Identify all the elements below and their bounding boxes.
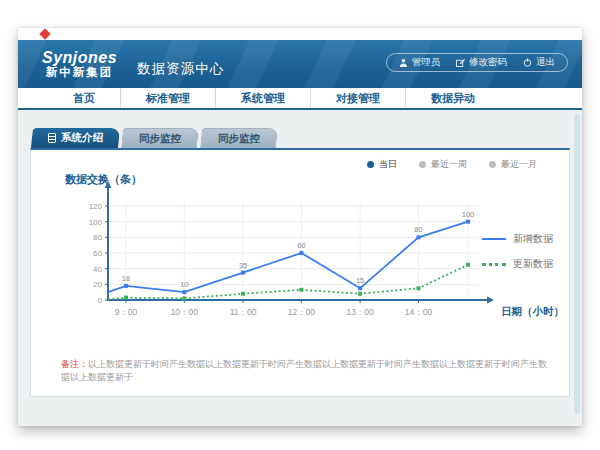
- tab-bar: 系统介绍 同步监控 同步监控: [32, 128, 570, 148]
- window-top-strip: [18, 28, 582, 40]
- solid-line-sample-icon: [482, 238, 506, 240]
- footnote: 备注：以上数据更新于时间产生数据以上数据更新于时间产生数据以上数据更新于时间产生…: [61, 358, 549, 383]
- legend-new-data-label: 新增数据: [513, 232, 553, 246]
- company-logo: Synjones 新中新集团: [42, 50, 117, 79]
- legend-update-data-label: 更新数据: [513, 257, 553, 271]
- nav-item-system[interactable]: 系统管理: [215, 88, 310, 108]
- main-nav: 首页 标准管理 系统管理 对接管理 数据异动: [18, 88, 582, 110]
- user-menu-admin-label: 管理员: [412, 56, 441, 69]
- tab-sync-monitor-1[interactable]: 同步监控: [121, 128, 199, 148]
- header-bar: Synjones 新中新集团 数据资源中心 管理员 修改密码 退出: [18, 40, 582, 88]
- change-password-button[interactable]: 修改密码: [456, 56, 507, 69]
- svg-text:100: 100: [462, 210, 475, 219]
- svg-text:9：00: 9：00: [115, 307, 138, 317]
- svg-text:40: 40: [93, 265, 102, 274]
- svg-text:10: 10: [180, 280, 188, 289]
- document-icon: [48, 133, 56, 143]
- legend-item-update-data[interactable]: 更新数据: [482, 257, 553, 271]
- user-menu-admin[interactable]: 管理员: [399, 56, 441, 69]
- page-title: 数据资源中心: [137, 60, 224, 78]
- tab-sync-monitor-2-label: 同步监控: [218, 132, 260, 146]
- nav-item-data-changes[interactable]: 数据异动: [405, 88, 500, 108]
- user-icon: [399, 58, 408, 67]
- nav-item-home[interactable]: 首页: [48, 88, 120, 108]
- tab-sync-monitor-2[interactable]: 同步监控: [200, 128, 278, 148]
- svg-text:80: 80: [414, 225, 422, 234]
- app-window: Synjones 新中新集团 数据资源中心 管理员 修改密码 退出 首页 标准管…: [18, 28, 582, 426]
- svg-text:14：00: 14：00: [405, 307, 433, 317]
- footnote-prefix: 备注：: [61, 359, 88, 369]
- svg-text:35: 35: [239, 261, 247, 270]
- tab-sync-monitor-1-label: 同步监控: [139, 132, 181, 146]
- footnote-text: 以上数据更新于时间产生数据以上数据更新于时间产生数据以上数据更新于时间产生数据以…: [61, 359, 547, 382]
- tab-system-intro-label: 系统介绍: [61, 131, 103, 145]
- change-password-label: 修改密码: [469, 56, 507, 69]
- dotted-line-sample-icon: [482, 263, 506, 266]
- svg-text:100: 100: [89, 218, 103, 227]
- svg-text:11：00: 11：00: [230, 307, 257, 317]
- power-icon: [523, 58, 532, 67]
- logo-brand-text: Synjones: [42, 50, 117, 67]
- edit-icon: [456, 58, 465, 67]
- user-menu: 管理员 修改密码 退出: [386, 53, 569, 72]
- svg-text:80: 80: [93, 233, 102, 242]
- svg-text:60: 60: [297, 241, 305, 250]
- svg-text:12：00: 12：00: [288, 307, 316, 317]
- tab-system-intro[interactable]: 系统介绍: [31, 128, 120, 148]
- svg-text:10：00: 10：00: [171, 307, 199, 317]
- chart-legend: 新增数据 更新数据: [482, 232, 553, 271]
- vertical-scrollbar[interactable]: [574, 114, 580, 414]
- svg-text:13：00: 13：00: [346, 307, 374, 317]
- content-area: 系统介绍 同步监控 同步监控 当日 最近一周: [18, 110, 582, 426]
- legend-item-new-data[interactable]: 新增数据: [482, 232, 553, 246]
- svg-text:15: 15: [356, 276, 364, 285]
- svg-text:18: 18: [122, 274, 130, 283]
- svg-text:20: 20: [93, 280, 102, 289]
- logout-button[interactable]: 退出: [523, 56, 555, 69]
- svg-text:0: 0: [98, 296, 103, 305]
- svg-text:60: 60: [93, 249, 102, 258]
- nav-item-integration[interactable]: 对接管理: [310, 88, 405, 108]
- logo-diamond-icon: [39, 28, 50, 39]
- chart-panel: 当日 最近一周 最近一月 数据交换（条） 0204060801001209：00…: [30, 148, 570, 397]
- svg-text:日期（小时）: 日期（小时）: [501, 305, 564, 318]
- logo-brand-subtext: 新中新集团: [42, 66, 117, 78]
- logout-label: 退出: [536, 56, 555, 69]
- nav-item-standards[interactable]: 标准管理: [120, 88, 215, 108]
- svg-text:120: 120: [89, 202, 103, 211]
